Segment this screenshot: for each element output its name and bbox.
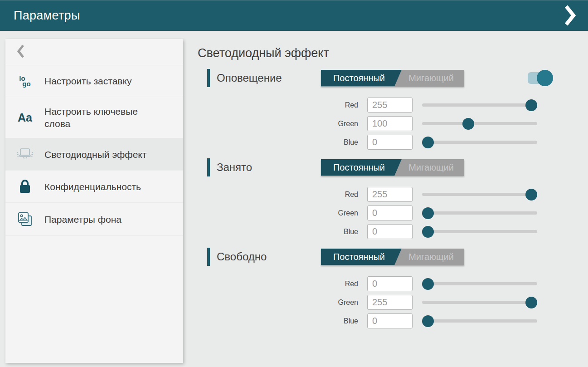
channel-row-green: Green	[198, 206, 588, 220]
channel-label: Red	[317, 280, 358, 288]
channel-row-red: Red	[198, 187, 588, 202]
mode-segment-alert: Постоянный Мигающий	[321, 70, 464, 87]
keywords-icon: Aa	[5, 111, 44, 124]
app-header: Параметры	[0, 0, 588, 31]
channel-row-green: Green	[198, 116, 588, 131]
rgb-rows-alert: Red Green Blue	[198, 98, 588, 150]
channel-label: Blue	[317, 228, 358, 236]
section-busy-header: Занято Постоянный Мигающий	[198, 158, 588, 177]
channel-label: Green	[317, 298, 358, 307]
sidebar-item-splash-screen[interactable]: lo go Настроить заставку	[5, 65, 183, 97]
led-icon	[5, 147, 44, 162]
sidebar-item-keywords[interactable]: Aa Настроить ключевые слова	[5, 97, 183, 138]
red-value-input[interactable]	[367, 276, 413, 291]
sidebar-item-led-effect[interactable]: Светодиодный эффект	[5, 138, 183, 171]
rgb-rows-free: Red Green Blue	[198, 276, 588, 328]
mode-segment-busy: Постоянный Мигающий	[321, 159, 464, 176]
alert-toggle[interactable]	[528, 70, 553, 86]
red-slider[interactable]	[422, 189, 537, 201]
mode-constant-button[interactable]: Постоянный	[321, 159, 402, 176]
blue-slider[interactable]	[422, 137, 537, 148]
section-alert-header: Оповещение Постоянный Мигающий	[198, 69, 588, 88]
blue-slider[interactable]	[422, 315, 537, 327]
page-title: Параметры	[14, 9, 563, 23]
lock-icon	[5, 179, 44, 194]
channel-label: Blue	[317, 138, 358, 147]
sidebar-item-label: Параметры фона	[44, 213, 156, 225]
chevron-left-icon	[17, 44, 24, 60]
sidebar-back-button[interactable]	[5, 39, 183, 65]
chevron-right-icon[interactable]	[563, 5, 578, 26]
mode-segment-free: Постоянный Мигающий	[321, 249, 464, 265]
section-title: Занято	[217, 161, 312, 174]
green-value-input[interactable]	[367, 116, 413, 131]
led-effect-panel: Светодиодный эффект Оповещение Постоянны…	[198, 31, 588, 332]
blue-value-input[interactable]	[367, 135, 413, 150]
green-value-input[interactable]	[367, 295, 413, 310]
mode-blinking-button[interactable]: Мигающий	[394, 249, 464, 265]
channel-row-blue: Blue	[198, 313, 588, 328]
section-free-header: Свободно Постоянный Мигающий	[198, 247, 588, 266]
mode-constant-button[interactable]: Постоянный	[321, 70, 402, 87]
green-value-input[interactable]	[367, 206, 413, 220]
accent-bar	[207, 69, 210, 87]
section-title: Оповещение	[217, 72, 312, 84]
mode-blinking-button[interactable]: Мигающий	[394, 70, 464, 87]
green-slider[interactable]	[422, 118, 537, 130]
blue-value-input[interactable]	[367, 313, 413, 328]
sidebar-item-label: Настроить ключевые слова	[44, 105, 156, 130]
mode-constant-button[interactable]: Постоянный	[321, 249, 402, 265]
blue-slider[interactable]	[422, 226, 537, 238]
red-value-input[interactable]	[367, 187, 413, 202]
accent-bar	[207, 158, 210, 176]
red-slider[interactable]	[422, 278, 537, 290]
sidebar-item-label: Конфиденциальность	[44, 181, 156, 193]
channel-row-green: Green	[198, 295, 588, 310]
channel-label: Blue	[317, 317, 358, 325]
green-slider[interactable]	[422, 207, 537, 219]
channel-label: Red	[317, 191, 358, 199]
channel-label: Green	[317, 120, 358, 128]
toggle-thumb	[537, 70, 553, 86]
blue-value-input[interactable]	[367, 224, 413, 239]
channel-row-blue: Blue	[198, 224, 588, 239]
sidebar-item-label: Настроить заставку	[44, 75, 156, 87]
rgb-rows-busy: Red Green Blue	[198, 187, 588, 239]
channel-row-red: Red	[198, 276, 588, 291]
main-heading: Светодиодный эффект	[198, 46, 588, 60]
mode-blinking-button[interactable]: Мигающий	[394, 159, 464, 176]
sidebar-item-label: Светодиодный эффект	[44, 148, 156, 161]
channel-label: Green	[317, 209, 358, 217]
background-icon	[5, 211, 44, 227]
logo-icon: lo go	[5, 76, 44, 87]
red-value-input[interactable]	[367, 98, 413, 113]
section-title: Свободно	[217, 250, 312, 263]
green-slider[interactable]	[422, 297, 537, 308]
accent-bar	[207, 248, 210, 266]
sidebar-item-background[interactable]: Параметры фона	[5, 203, 183, 236]
sidebar: lo go Настроить заставку Aa Настроить кл…	[5, 39, 183, 363]
channel-row-red: Red	[198, 98, 588, 113]
red-slider[interactable]	[422, 99, 537, 111]
sidebar-item-privacy[interactable]: Конфиденциальность	[5, 171, 183, 203]
channel-row-blue: Blue	[198, 135, 588, 150]
channel-label: Red	[317, 101, 358, 109]
